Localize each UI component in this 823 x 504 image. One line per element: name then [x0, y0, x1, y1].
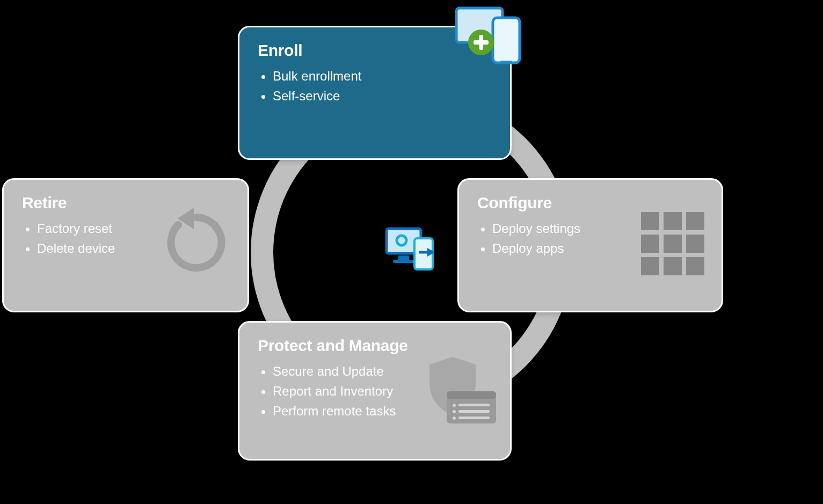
enroll-items: Bulk enrollment Self-service: [258, 66, 492, 106]
svg-rect-6: [393, 260, 414, 263]
svg-rect-20: [641, 235, 659, 253]
svg-rect-33: [458, 417, 490, 419]
svg-rect-23: [641, 257, 659, 275]
restart-icon: [162, 208, 231, 280]
svg-rect-31: [458, 410, 490, 413]
intune-devices-icon: [382, 224, 441, 280]
svg-rect-5: [398, 255, 409, 260]
shield-list-icon: [423, 354, 498, 431]
svg-rect-18: [664, 212, 682, 230]
svg-rect-22: [686, 235, 704, 253]
protect-title: Protect and Manage: [258, 337, 492, 355]
svg-rect-29: [458, 404, 490, 406]
enroll-card: Enroll Bulk enrollment Self-service: [238, 26, 512, 160]
configure-card: Configure Deploy settings Deploy apps: [457, 178, 723, 312]
svg-point-28: [453, 404, 456, 407]
configure-title: Configure: [477, 194, 703, 212]
svg-rect-13: [500, 61, 512, 63]
svg-point-30: [453, 410, 456, 413]
svg-rect-24: [664, 257, 682, 275]
protect-card: Protect and Manage Secure and Update Rep…: [238, 321, 512, 461]
svg-rect-25: [686, 257, 704, 275]
retire-card: Retire Factory reset Delete device: [2, 178, 249, 312]
enroll-item: Self-service: [273, 86, 492, 106]
svg-rect-21: [664, 235, 682, 253]
svg-rect-19: [686, 212, 704, 230]
apps-grid-icon: [641, 212, 705, 279]
svg-rect-12: [493, 18, 520, 63]
lifecycle-diagram: Enroll Bulk enrollment Self-service Conf…: [0, 0, 823, 504]
svg-point-32: [453, 417, 456, 420]
svg-rect-17: [641, 212, 659, 230]
add-devices-icon: [451, 5, 526, 71]
svg-rect-16: [474, 40, 489, 45]
svg-rect-27: [447, 391, 496, 399]
